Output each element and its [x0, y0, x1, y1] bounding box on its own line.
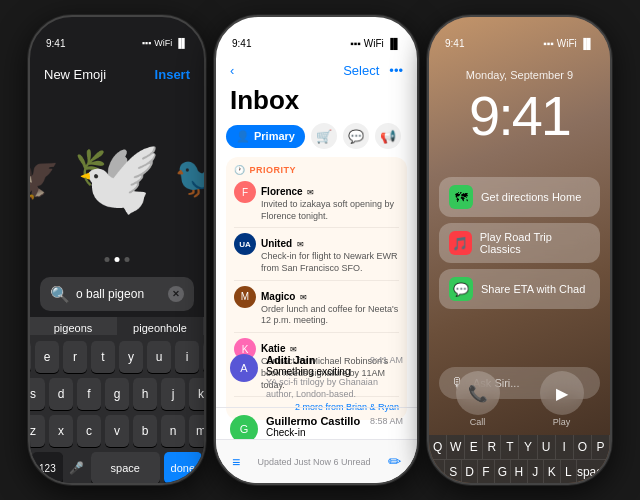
p3-key-w[interactable]: W — [447, 435, 465, 459]
call-button[interactable]: 📞 — [456, 371, 500, 415]
key-h[interactable]: h — [133, 378, 157, 410]
p3-key-d[interactable]: D — [462, 460, 478, 483]
suggestion-music[interactable]: 🎵 Play Road Trip Classics — [439, 223, 600, 263]
phone3-time-status: 9:41 — [445, 38, 464, 49]
clock-icon: 🕐 — [234, 165, 246, 175]
p3-key-u[interactable]: U — [538, 435, 556, 459]
key-o[interactable]: o — [203, 341, 206, 373]
clear-search-button[interactable]: ✕ — [168, 286, 184, 302]
tab-chat[interactable]: 💬 — [343, 123, 369, 149]
key-space[interactable]: space — [91, 452, 160, 484]
key-j[interactable]: j — [161, 378, 185, 410]
phone1-header: New Emoji Insert — [30, 61, 204, 88]
priority-item-florence[interactable]: F Florence ✉ Invited to izakaya soft ope… — [234, 181, 399, 228]
p3-key-o[interactable]: O — [574, 435, 592, 459]
key-r[interactable]: r — [63, 341, 87, 373]
mail-icon-2: ✉ — [297, 240, 304, 249]
p3-key-f[interactable]: F — [478, 460, 494, 483]
play-button[interactable]: ▶ — [540, 371, 584, 415]
insert-button[interactable]: Insert — [155, 67, 190, 82]
key-z[interactable]: z — [28, 415, 45, 447]
key-numbers[interactable]: 123 — [32, 452, 63, 484]
p3-key-i[interactable]: I — [556, 435, 574, 459]
key-k[interactable]: k — [189, 378, 206, 410]
subject-aditi: Something exciting — [266, 366, 403, 377]
emoji-main[interactable]: 🕊️ — [72, 135, 162, 220]
more-button[interactable]: ••• — [389, 63, 403, 78]
keyboard: q w e r t y u i o p a s d f g h j k l ⇧ … — [30, 335, 204, 483]
play-label: Play — [553, 417, 571, 427]
p3-key-a[interactable]: A — [429, 460, 445, 483]
avatar-united: UA — [234, 233, 256, 255]
p3-key-space[interactable]: space — [577, 460, 610, 483]
mail-item-aditi[interactable]: A Aditi Jain 9:41 AM Something exciting … — [216, 347, 417, 408]
mail-icon-3: ✉ — [300, 293, 307, 302]
phone2-nav: ‹ Select ••• — [216, 61, 417, 80]
p3-key-h[interactable]: H — [511, 460, 527, 483]
inbox-title: Inbox — [230, 85, 299, 116]
phone2-signal-icon: ▪▪▪ — [350, 38, 361, 49]
select-button[interactable]: Select — [343, 63, 379, 78]
key-n[interactable]: n — [161, 415, 185, 447]
key-y[interactable]: y — [119, 341, 143, 373]
p3-key-e[interactable]: E — [465, 435, 483, 459]
key-d[interactable]: d — [49, 378, 73, 410]
avatar-aditi: A — [230, 354, 258, 382]
key-x[interactable]: x — [49, 415, 73, 447]
p3-key-q[interactable]: Q — [429, 435, 447, 459]
p3-key-j[interactable]: J — [528, 460, 544, 483]
p3-key-t[interactable]: T — [501, 435, 519, 459]
key-done[interactable]: done — [164, 452, 202, 484]
key-b[interactable]: b — [133, 415, 157, 447]
msg-magico: Order lunch and coffee for Neeta's 12 p.… — [261, 304, 399, 327]
phone2-bottom-bar: ≡ Updated Just Now 6 Unread ✏ — [216, 439, 417, 483]
dot-3 — [125, 257, 130, 262]
key-m[interactable]: m — [189, 415, 206, 447]
suggestion-directions[interactable]: 🗺 Get directions Home — [439, 177, 600, 217]
p3-key-r[interactable]: R — [483, 435, 501, 459]
key-g[interactable]: g — [105, 378, 129, 410]
tab-promo[interactable]: 📢 — [375, 123, 401, 149]
suggestion-directions-label: Get directions Home — [481, 191, 581, 203]
priority-item-magico[interactable]: M Magico ✉ Order lunch and coffee for Ne… — [234, 286, 399, 333]
priority-text-united: United ✉ Check-in for flight to Newark E… — [261, 233, 399, 274]
phone3-battery-icon: ▐▌ — [580, 38, 594, 49]
signal-icon: ▪▪▪ — [142, 38, 152, 48]
phone3-row-top: Q W E R T Y U I O P — [429, 435, 610, 459]
phone-emoji: 9:41 ▪▪▪ WiFi ▐▌ New Emoji Insert 🦅 🕊️ 🐦… — [28, 15, 206, 485]
p3-key-s[interactable]: S — [445, 460, 461, 483]
sender-florence: Florence — [261, 186, 303, 197]
key-f[interactable]: f — [77, 378, 101, 410]
key-s[interactable]: s — [28, 378, 45, 410]
emoji-search-bar[interactable]: 🔍 o ball pigeon ✕ — [40, 277, 194, 311]
suggestion-eta[interactable]: 💬 Share ETA with Chad — [439, 269, 600, 309]
key-u[interactable]: u — [147, 341, 171, 373]
priority-item-united[interactable]: UA United ✉ Check-in for flight to Newar… — [234, 233, 399, 280]
p3-key-g[interactable]: G — [495, 460, 511, 483]
key-e[interactable]: e — [35, 341, 59, 373]
time-guillermo: 8:58 AM — [370, 416, 403, 426]
emoji-alt-right[interactable]: 🐦 — [174, 154, 206, 201]
back-button[interactable]: ‹ — [230, 63, 234, 78]
filter-icon[interactable]: ≡ — [232, 454, 240, 470]
key-t[interactable]: t — [91, 341, 115, 373]
phone3-wifi-icon: WiFi — [557, 38, 577, 49]
p3-key-y[interactable]: Y — [519, 435, 537, 459]
compose-button[interactable]: ✏ — [388, 452, 401, 471]
emoji-alt-left[interactable]: 🦅 — [28, 154, 60, 201]
mic-button[interactable]: 🎤 — [67, 452, 87, 484]
mail-header-aditi: Aditi Jain 9:41 AM — [266, 354, 403, 366]
phone3-signal-icon: ▪▪▪ — [543, 38, 554, 49]
messages-icon: 💬 — [449, 277, 473, 301]
p3-key-k[interactable]: K — [544, 460, 560, 483]
tab-primary[interactable]: 👤 Primary — [226, 125, 305, 148]
lockscreen-time: 9:41 — [429, 83, 610, 148]
key-i[interactable]: i — [175, 341, 199, 373]
p3-key-p[interactable]: P — [592, 435, 610, 459]
key-w[interactable]: w — [28, 341, 31, 373]
tab-shopping[interactable]: 🛒 — [311, 123, 337, 149]
p3-key-l[interactable]: L — [561, 460, 577, 483]
phone2-wifi-icon: WiFi — [364, 38, 384, 49]
key-v[interactable]: v — [105, 415, 129, 447]
key-c[interactable]: c — [77, 415, 101, 447]
